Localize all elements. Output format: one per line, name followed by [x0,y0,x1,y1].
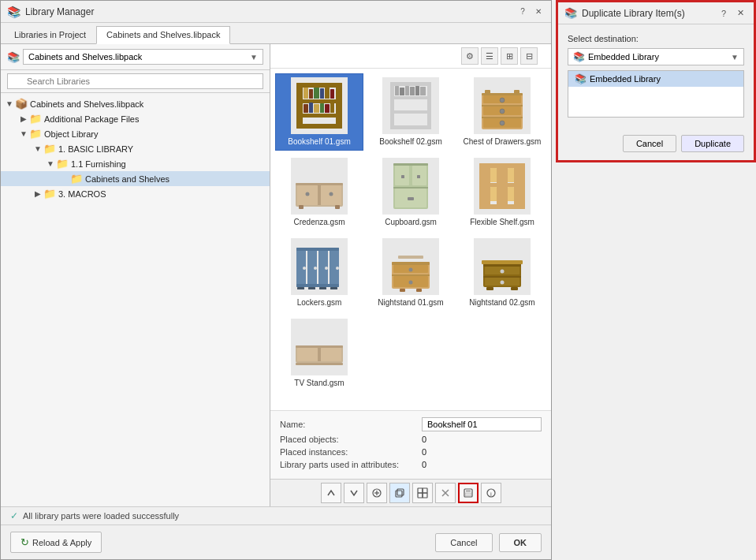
svg-rect-75 [296,284,339,287]
details-panel: Name: Placed objects: 0 Placed instances… [270,410,551,479]
tree-item-apf[interactable]: ▶ 📁 Additional Package Files [1,111,270,126]
object-cell-ns02[interactable]: Nightstand 02.gsm [458,234,546,312]
tree-label-apf: Additional Package Files [44,114,139,124]
dialog-close-button[interactable]: ✕ [734,7,747,19]
dialog-duplicate-button[interactable]: Duplicate [681,135,744,152]
dialog-help-button[interactable]: ? [718,8,729,19]
object-cell-credenza[interactable]: Credenza.gsm [275,154,363,231]
object-image-lockers [291,238,348,295]
svg-rect-101 [486,287,493,290]
import-button[interactable] [412,483,433,503]
svg-rect-66 [490,168,497,182]
svg-rect-113 [396,491,402,497]
destination-list[interactable]: 📚 Embedded Library [568,70,744,118]
right-panel: ⚙ ☰ ⊞ ⊟ [270,44,551,506]
cancel-main-button[interactable]: Cancel [435,533,492,552]
ok-button[interactable]: OK [499,533,542,552]
svg-rect-58 [417,175,420,178]
save-button[interactable] [458,483,479,503]
svg-rect-85 [392,262,430,265]
svg-rect-27 [410,87,415,95]
destination-list-item-embedded[interactable]: 📚 Embedded Library [568,71,743,87]
reload-apply-button[interactable]: ↻ Reload & Apply [10,532,102,553]
destination-value: Embedded Library [588,52,731,62]
object-cell-flexshelf[interactable]: Flexible Shelf.gsm [458,154,546,231]
view-list-button[interactable]: ☰ [481,47,498,65]
placed-instances-value: 0 [422,447,542,457]
object-image-ns02 [474,238,531,295]
object-label-chest: Chest of Drawers.gsm [464,136,542,147]
help-button[interactable]: ? [516,6,529,18]
svg-rect-5 [296,114,342,118]
svg-rect-33 [482,117,523,118]
tree-item-cabinets[interactable]: 📁 Cabinets and Shelves [1,171,270,186]
placed-objects-value: 0 [422,435,542,444]
svg-rect-122 [466,489,471,492]
info-button[interactable]: i [481,483,501,503]
tree-item-furn[interactable]: ▼ 📁 1.1 Furnishing [1,156,270,171]
object-image-tv [291,319,348,375]
tree-panel[interactable]: ▼ 📦 Cabinets and Shelves.libpack ▶ 📁 Add… [1,93,270,506]
add-button[interactable] [367,483,387,503]
tree-item-macros[interactable]: ▶ 📁 3. MACROS [1,186,270,201]
remove-button[interactable] [435,483,456,503]
svg-rect-53 [393,187,428,189]
svg-point-90 [409,281,413,285]
move-down-button[interactable] [344,483,364,503]
tab-bar: Libraries in Project Cabinets and Shelve… [1,23,551,44]
svg-rect-52 [393,163,428,166]
search-input[interactable] [7,73,263,89]
svg-rect-7 [309,89,313,99]
view-grid-button[interactable]: ⊞ [501,47,518,65]
footer-left: ↻ Reload & Apply [10,532,102,553]
object-cell-bookshelf02[interactable]: Bookshelf 02.gsm [367,73,455,151]
tab-cabinets-shelves[interactable]: Cabinets and Shelves.libpack [96,26,230,44]
svg-rect-57 [401,175,404,178]
dialog-body: Select destination: 📚 Embedded Library ▼… [558,24,754,130]
svg-rect-26 [405,86,409,95]
tree-item-basic[interactable]: ▼ 📁 1. BASIC LIBRARY [1,141,270,156]
duplicate-dialog: 📚 Duplicate Library Item(s) ? ✕ Select d… [556,0,756,162]
duplicate-button[interactable] [389,483,410,503]
tree-folder-icon-cabinets: 📁 [70,173,83,185]
view-settings-button[interactable]: ⚙ [461,47,479,65]
object-grid: Bookshelf 01.gsm [275,73,546,392]
object-cell-cupboard[interactable]: Cupboard.gsm [367,154,455,231]
library-dropdown[interactable]: Cabinets and Shelves.libpack ▼ [23,49,263,65]
object-cell-chest[interactable]: Chest of Drawers.gsm [458,73,546,151]
move-up-button[interactable] [321,483,341,503]
svg-point-77 [314,267,317,270]
object-label-tv: TV Stand.gsm [294,378,344,388]
tree-toggle-furn: ▼ [45,159,56,168]
object-cell-ns01[interactable]: Nightstand 01.gsm [367,234,455,312]
svg-rect-1 [336,83,342,129]
svg-rect-0 [296,83,303,129]
tree-item-obj[interactable]: ▼ 📁 Object Library [1,126,270,141]
tree-label-macros: 3. MACROS [58,189,106,199]
svg-text:i: i [490,491,492,498]
name-input[interactable] [422,417,542,431]
svg-rect-43 [296,183,343,185]
destination-dropdown[interactable]: 📚 Embedded Library ▼ [568,48,744,65]
svg-rect-10 [325,88,330,99]
object-cell-bookshelf01[interactable]: Bookshelf 01.gsm [275,73,363,151]
tree-item-root[interactable]: ▼ 📦 Cabinets and Shelves.libpack [1,96,270,111]
svg-rect-102 [511,287,518,290]
reload-label: Reload & Apply [32,538,91,547]
status-check-icon: ✓ [10,510,18,521]
object-label-credenza: Credenza.gsm [293,217,344,227]
window-titlebar: 📚 Library Manager ? ✕ [1,1,551,23]
dialog-cancel-button[interactable]: Cancel [623,135,676,152]
object-grid-container[interactable]: Bookshelf 01.gsm [270,69,551,410]
tab-libraries-in-project[interactable]: Libraries in Project [4,26,96,43]
object-cell-lockers[interactable]: Lockers.gsm [275,234,363,312]
close-button[interactable]: ✕ [532,6,545,18]
object-cell-tv[interactable]: TV Stand.gsm [275,315,363,392]
search-wrapper: 🔍 [7,73,263,89]
svg-rect-92 [416,289,422,292]
svg-rect-80 [297,287,304,289]
svg-rect-115 [418,488,423,493]
svg-rect-63 [479,163,525,168]
svg-rect-67 [508,168,514,182]
view-large-button[interactable]: ⊟ [520,47,538,65]
